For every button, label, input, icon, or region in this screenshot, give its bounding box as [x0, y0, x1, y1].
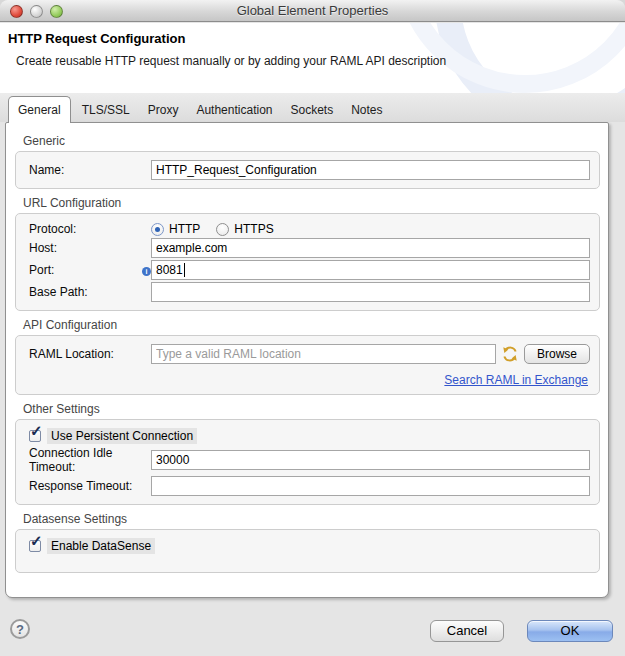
tab-notes[interactable]: Notes [344, 96, 389, 123]
url-configuration-group: Protocol: HTTP HTTPS Host: Port: i Base … [15, 213, 600, 311]
protocol-https-radio[interactable] [216, 223, 229, 236]
tab-tls-ssl[interactable]: TLS/SSL [75, 96, 137, 123]
response-timeout-label: Response Timeout: [29, 479, 151, 493]
protocol-label: Protocol: [29, 222, 151, 236]
tab-authentication[interactable]: Authentication [189, 96, 279, 123]
protocol-http-radio[interactable] [151, 223, 164, 236]
datasense-settings-group: ✓ Enable DataSense [15, 529, 600, 573]
ok-button[interactable]: OK [527, 620, 613, 642]
enable-datasense-checkbox[interactable]: ✓ [29, 540, 41, 552]
tab-proxy[interactable]: Proxy [141, 96, 186, 123]
dialog-banner: HTTP Request Configuration Create reusab… [0, 23, 625, 93]
tab-sockets[interactable]: Sockets [283, 96, 340, 123]
checkmark-icon: ✓ [30, 532, 43, 550]
base-path-input[interactable] [151, 282, 590, 302]
enable-datasense-row: ✓ Enable DataSense [29, 538, 590, 554]
section-title-api-configuration: API Configuration [23, 318, 591, 332]
response-timeout-input[interactable] [151, 476, 590, 496]
banner-subtitle: Create reusable HTTP request manually or… [16, 54, 625, 68]
host-input[interactable] [151, 238, 590, 258]
port-label: Port: [29, 263, 151, 277]
host-row: Host: [29, 238, 590, 258]
host-label: Host: [29, 241, 151, 255]
raml-location-input[interactable] [151, 344, 496, 364]
close-button[interactable] [10, 5, 23, 18]
title-bar: Global Element Properties [0, 0, 625, 22]
browse-button[interactable]: Browse [524, 344, 590, 364]
idle-timeout-row: Connection Idle Timeout: [29, 446, 590, 474]
window-title: Global Element Properties [0, 0, 625, 22]
section-title-other-settings: Other Settings [23, 402, 591, 416]
checkmark-icon: ✓ [30, 422, 43, 440]
port-input[interactable] [151, 260, 590, 280]
exchange-link-row: Search RAML in Exchange [29, 370, 588, 388]
base-path-row: Base Path: [29, 282, 590, 302]
global-element-properties-dialog: Global Element Properties HTTP Request C… [0, 0, 625, 656]
section-title-datasense-settings: Datasense Settings [23, 512, 591, 526]
persistent-connection-row: ✓ Use Persistent Connection [29, 428, 590, 444]
generic-group: Name: [15, 151, 600, 189]
protocol-row: Protocol: HTTP HTTPS [29, 222, 590, 236]
raml-location-label: RAML Location: [29, 347, 151, 361]
other-settings-group: ✓ Use Persistent Connection Connection I… [15, 419, 600, 505]
name-label: Name: [29, 163, 151, 177]
protocol-https-label: HTTPS [234, 222, 273, 236]
banner-title: HTTP Request Configuration [8, 31, 625, 46]
name-row: Name: [29, 160, 590, 180]
enable-datasense-label: Enable DataSense [47, 538, 155, 554]
section-title-generic: Generic [23, 134, 591, 148]
help-button[interactable]: ? [10, 619, 30, 639]
connection-idle-timeout-label: Connection Idle Timeout: [29, 446, 151, 474]
info-decoration-icon: i [142, 267, 151, 276]
api-configuration-group: RAML Location: Browse Search RAML in Exc… [15, 335, 600, 395]
base-path-label: Base Path: [29, 285, 151, 299]
response-timeout-row: Response Timeout: [29, 476, 590, 496]
search-raml-in-exchange-link[interactable]: Search RAML in Exchange [444, 373, 588, 387]
general-tab-panel: Generic Name: URL Configuration Protocol… [5, 122, 609, 598]
tab-general[interactable]: General [8, 96, 71, 123]
tab-bar: General TLS/SSL Proxy Authentication Soc… [8, 96, 394, 123]
protocol-http-label: HTTP [169, 222, 200, 236]
name-input[interactable] [151, 160, 590, 180]
section-title-url-configuration: URL Configuration [23, 196, 591, 210]
zoom-button[interactable] [50, 5, 63, 18]
connection-idle-timeout-input[interactable] [151, 450, 590, 470]
raml-location-row: RAML Location: Browse [29, 344, 590, 364]
sync-raml-icon[interactable] [502, 346, 518, 362]
use-persistent-connection-label: Use Persistent Connection [47, 428, 197, 444]
text-caret [184, 263, 185, 277]
minimize-button[interactable] [30, 5, 43, 18]
use-persistent-connection-checkbox[interactable]: ✓ [29, 430, 41, 442]
port-row: Port: i [29, 260, 590, 280]
cancel-button[interactable]: Cancel [430, 620, 504, 642]
